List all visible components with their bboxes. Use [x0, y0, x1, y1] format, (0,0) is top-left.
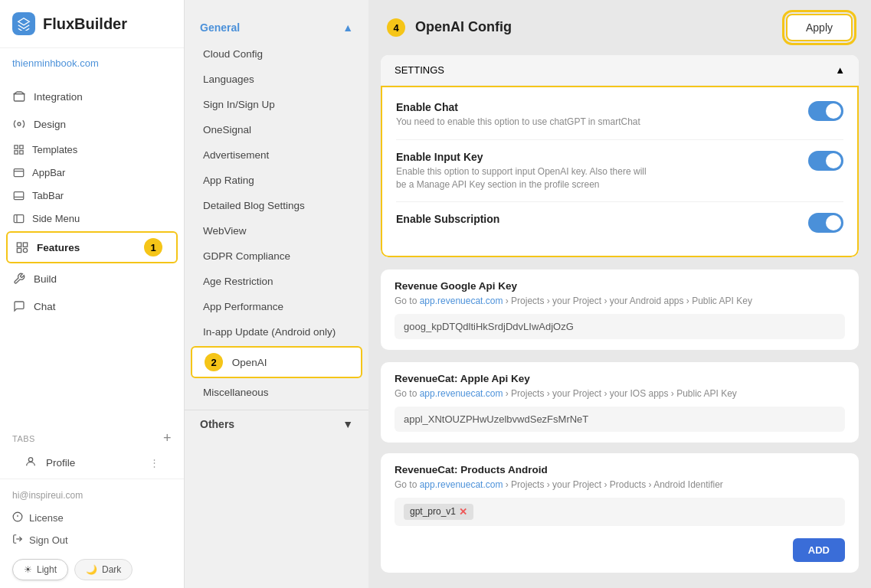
enable-input-key-label: Enable Input Key [396, 151, 657, 163]
sidebar-item-design[interactable]: Design [0, 110, 184, 138]
menu-onesignal[interactable]: OneSignal [185, 117, 368, 142]
menu-gdpr[interactable]: GDPR Compliance [185, 243, 368, 269]
content-area: SETTINGS ▲ Enable Chat You need to enabl… [368, 55, 871, 588]
revenue-google-input[interactable] [395, 314, 845, 339]
products-tags-field[interactable]: gpt_pro_v1 ✕ [395, 498, 845, 526]
settings-card-header: SETTINGS ▲ [381, 55, 859, 86]
svg-point-16 [28, 458, 32, 462]
revenue-google-card: Revenue Google Api Key Go to app.revenue… [381, 270, 859, 350]
sidebar-footer: hi@inspireui.com License Sign Out ☀ Ligh… [0, 479, 184, 588]
sidebar-item-templates[interactable]: Templates [0, 138, 184, 161]
footer-email: hi@inspireui.com [12, 487, 172, 507]
enable-chat-row: Enable Chat You need to enable this opti… [396, 90, 843, 140]
profile-item[interactable]: Profile ⋮ [12, 449, 172, 475]
revenue-apple-desc: Go to app.revenuecat.com › Projects › yo… [395, 387, 845, 400]
sidebar-item-label-integration: Integration [34, 91, 83, 103]
menu-signin[interactable]: Sign In/Sign Up [185, 92, 368, 117]
menu-inapp-update[interactable]: In-app Update (Android only) [185, 319, 368, 345]
enable-chat-toggle[interactable] [808, 101, 843, 121]
menu-advertisement[interactable]: Advertisement [185, 142, 368, 168]
enable-input-key-toggle[interactable] [808, 151, 843, 171]
license-link[interactable]: License [12, 507, 172, 529]
sidebar: FluxBuilder thienminhbook.com Integratio… [0, 0, 185, 588]
logo-area: FluxBuilder [0, 0, 184, 48]
features-icon [15, 240, 29, 254]
menu-webview[interactable]: WebView [185, 218, 368, 243]
revenue-apple-link[interactable]: app.revenuecat.com [420, 388, 503, 399]
revenue-apple-input[interactable] [395, 407, 845, 432]
revenue-products-card: RevenueCat: Products Android Go to app.r… [381, 453, 859, 573]
sidebar-item-label-features: Features [37, 242, 80, 253]
revenue-products-desc: Go to app.revenuecat.com › Projects › yo… [395, 479, 845, 492]
menu-age-restriction[interactable]: Age Restriction [185, 269, 368, 294]
svg-rect-8 [14, 191, 24, 199]
enable-subscription-label: Enable Subscription [396, 213, 499, 225]
tag-gpt-pro: gpt_pro_v1 ✕ [404, 504, 473, 520]
enable-chat-desc: You need to enable this option to use ch… [396, 116, 640, 129]
menu-app-rating[interactable]: App Rating [185, 168, 368, 193]
theme-light-label: Light [37, 564, 57, 575]
settings-card-body: Enable Chat You need to enable this opti… [381, 86, 859, 257]
others-section-header[interactable]: Others ▼ [185, 410, 368, 438]
menu-openai[interactable]: 2 OpenAI [191, 346, 362, 378]
enable-subscription-row: Enable Subscription [396, 202, 843, 243]
revenue-google-desc: Go to app.revenuecat.com › Projects › yo… [395, 295, 845, 308]
revenue-google-link[interactable]: app.revenuecat.com [420, 296, 503, 306]
layers-icon [12, 90, 26, 103]
tag-remove-button[interactable]: ✕ [459, 506, 467, 518]
sidebar-item-label-sidemenu: Side Menu [32, 213, 80, 224]
revenue-products-link[interactable]: app.revenuecat.com [420, 479, 503, 490]
menu-detailed-blog[interactable]: Detailed Blog Settings [185, 193, 368, 218]
enable-subscription-toggle[interactable] [808, 213, 843, 233]
svg-rect-6 [14, 168, 24, 176]
svg-rect-0 [14, 94, 24, 101]
main-header: 4 OpenAI Config Apply [368, 0, 871, 55]
apply-button[interactable]: Apply [786, 14, 853, 41]
sidebar-item-sidemenu[interactable]: Side Menu [0, 207, 184, 230]
others-label: Others [200, 418, 234, 430]
sidebar-item-label-chat: Chat [34, 301, 56, 312]
sidebar-item-chat[interactable]: Chat [0, 292, 184, 320]
menu-miscellaneous[interactable]: Miscellaneous [185, 380, 368, 405]
sidebar-item-features[interactable]: Features 1 [6, 231, 178, 263]
theme-dark-label: Dark [102, 564, 121, 575]
menu-cloud-config[interactable]: Cloud Config [185, 41, 368, 67]
badge-2: 2 [205, 353, 223, 371]
menu-app-performance[interactable]: App Performance [185, 294, 368, 319]
main-content: 4 OpenAI Config Apply SETTINGS ▲ Enable … [368, 0, 871, 588]
general-section-header[interactable]: General ▲ [185, 15, 368, 41]
svg-rect-14 [17, 248, 21, 252]
sidebar-item-tabbar[interactable]: TabBar [0, 184, 184, 207]
profile-more-icon[interactable]: ⋮ [149, 457, 159, 469]
add-button[interactable]: ADD [793, 538, 845, 562]
enable-chat-label: Enable Chat [396, 101, 640, 113]
tabs-label: Tabs [12, 434, 35, 443]
svg-rect-12 [17, 243, 21, 247]
sidebar-item-label-appbar: AppBar [32, 167, 65, 178]
enable-input-key-row: Enable Input Key Enable this option to s… [396, 140, 843, 203]
sidebar-item-label-templates: Templates [32, 144, 77, 155]
svg-rect-5 [19, 150, 22, 153]
app-name: FluxBuilder [43, 15, 127, 33]
sidebar-nav: Integration Design Templates AppBar [0, 78, 184, 423]
theme-toggle: ☀ Light 🌙 Dark [12, 559, 172, 580]
theme-dark-button[interactable]: 🌙 Dark [74, 559, 133, 580]
sidebar-item-integration[interactable]: Integration [0, 83, 184, 110]
tabs-add-button[interactable]: + [163, 430, 172, 446]
tag-label: gpt_pro_v1 [410, 506, 456, 517]
theme-light-button[interactable]: ☀ Light [12, 559, 68, 580]
svg-point-1 [18, 122, 21, 126]
sidebar-item-appbar[interactable]: AppBar [0, 161, 184, 184]
svg-rect-3 [19, 145, 22, 148]
svg-rect-13 [23, 243, 27, 247]
sun-icon: ☀ [24, 564, 32, 575]
tabbar-icon [12, 189, 25, 201]
signout-link[interactable]: Sign Out [12, 529, 172, 551]
menu-languages[interactable]: Languages [185, 67, 368, 92]
license-label: License [29, 512, 64, 524]
build-icon [12, 272, 26, 286]
tabs-section: Tabs + Profile ⋮ [0, 423, 184, 479]
appbar-icon [12, 166, 25, 178]
sidebar-item-build[interactable]: Build [0, 265, 184, 292]
badge-1: 1 [144, 238, 162, 256]
